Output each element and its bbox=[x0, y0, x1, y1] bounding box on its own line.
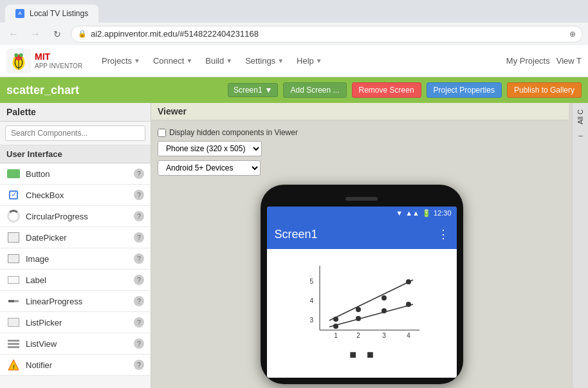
palette-item-linear-progress[interactable]: LinearProgress ? bbox=[0, 291, 151, 312]
image-help[interactable]: ? bbox=[134, 254, 144, 264]
circular-progress-label: CircularProgress bbox=[26, 212, 134, 221]
battery-icon: 🔋 bbox=[422, 209, 431, 217]
more-options-icon: ⋮ bbox=[437, 227, 449, 241]
palette-item-button[interactable]: Button ? bbox=[0, 163, 151, 185]
svg-point-24 bbox=[381, 295, 387, 300]
checkbox-help[interactable]: ? bbox=[134, 190, 144, 200]
palette-item-image[interactable]: Image ? bbox=[0, 248, 151, 270]
linear-progress-label: LinearProgress bbox=[26, 297, 134, 306]
listview-help[interactable]: ? bbox=[134, 338, 144, 349]
svg-text:5: 5 bbox=[309, 278, 313, 285]
palette-item-listpicker[interactable]: ListPicker ? bbox=[0, 312, 151, 333]
browser-tab[interactable]: A Local TV Listings bbox=[5, 5, 98, 23]
nav-build-arrow: ▼ bbox=[226, 57, 232, 64]
nav-projects-label: Projects bbox=[102, 56, 132, 66]
button-icon bbox=[6, 167, 21, 181]
view-tour-link[interactable]: View T bbox=[556, 56, 582, 66]
image-icon bbox=[6, 252, 21, 266]
forward-button[interactable]: → bbox=[27, 26, 44, 42]
palette-item-checkbox[interactable]: CheckBox ? bbox=[0, 185, 151, 206]
back-button[interactable]: ← bbox=[5, 26, 22, 42]
palette-item-label[interactable]: Label ? bbox=[0, 270, 151, 291]
nav-help[interactable]: Help ▼ bbox=[290, 52, 329, 69]
main-layout: Palette User Interface Button ? CheckBox… bbox=[0, 103, 588, 388]
svg-point-29 bbox=[406, 302, 411, 307]
url-text: ai2.appinventor.mit.edu/#514822240423116… bbox=[91, 29, 565, 39]
listpicker-help[interactable]: ? bbox=[134, 317, 144, 328]
palette-item-datepicker[interactable]: DatePicker ? bbox=[0, 227, 151, 248]
linear-progress-help[interactable]: ? bbox=[134, 296, 144, 306]
svg-text:3: 3 bbox=[309, 317, 313, 324]
screen-selector[interactable]: Screen1 ▼ bbox=[228, 83, 279, 97]
all-components-button[interactable]: All C bbox=[575, 106, 585, 128]
nav-help-arrow: ▼ bbox=[316, 57, 322, 64]
publish-gallery-button[interactable]: Publish to Gallery bbox=[507, 82, 582, 98]
tab-title: Local TV Listings bbox=[30, 9, 88, 18]
mit-logo: MIT APP INVENTOR bbox=[6, 49, 82, 73]
palette-item-circular-progress[interactable]: CircularProgress ? bbox=[0, 206, 151, 227]
svg-text:4: 4 bbox=[309, 297, 313, 304]
lock-icon: 🔒 bbox=[78, 30, 87, 38]
listview-icon bbox=[6, 337, 21, 351]
svg-text:3: 3 bbox=[382, 332, 386, 339]
nav-settings-label: Settings bbox=[245, 56, 275, 66]
project-properties-button[interactable]: Project Properties bbox=[427, 82, 502, 98]
display-hidden-checkbox[interactable] bbox=[158, 129, 166, 137]
label-icon bbox=[6, 273, 21, 287]
scatter-chart-svg: 5 4 3 1 2 3 4 bbox=[294, 259, 429, 343]
search-input[interactable] bbox=[5, 125, 145, 141]
nav-connect[interactable]: Connect ▼ bbox=[147, 52, 199, 69]
nav-connect-arrow: ▼ bbox=[186, 57, 192, 64]
viewer-controls: Display hidden components in Viewer Phon… bbox=[158, 128, 565, 176]
nav-build-label: Build bbox=[205, 56, 224, 66]
app-inventor-text: APP INVENTOR bbox=[35, 62, 82, 69]
datepicker-help[interactable]: ? bbox=[134, 232, 144, 243]
nav-settings-arrow: ▼ bbox=[277, 57, 284, 64]
label-label: Label bbox=[26, 275, 134, 285]
chart-area: 5 4 3 1 2 3 4 bbox=[272, 259, 452, 343]
user-interface-section: User Interface bbox=[0, 145, 151, 163]
circular-progress-help[interactable]: ? bbox=[134, 211, 144, 221]
viewer: Viewer Display hidden components in View… bbox=[151, 103, 572, 388]
add-screen-button[interactable]: Add Screen ... bbox=[283, 82, 346, 98]
notifier-help[interactable]: ? bbox=[134, 360, 144, 370]
phone-app-title: Screen1 bbox=[275, 228, 318, 241]
remove-screen-button[interactable]: Remove Screen bbox=[352, 82, 421, 98]
nav-projects[interactable]: Projects ▼ bbox=[95, 52, 147, 69]
screen-selector-label: Screen1 bbox=[234, 86, 262, 95]
mit-text: MIT bbox=[35, 52, 82, 62]
screen-selector-arrow: ▼ bbox=[265, 86, 273, 95]
palette-item-notifier[interactable]: ! Notifier ? bbox=[0, 355, 151, 376]
button-help[interactable]: ? bbox=[134, 169, 144, 179]
phone-app-bar: Screen1 ⋮ bbox=[267, 219, 457, 249]
checkbox-label: CheckBox bbox=[26, 190, 134, 200]
notifier-label: Notifier bbox=[26, 360, 134, 370]
my-projects-link[interactable]: My Projects bbox=[506, 56, 550, 66]
clock: 12:30 bbox=[434, 209, 452, 217]
browser-toolbar: ← → ↻ 🔒 ai2.appinventor.mit.edu/#5148222… bbox=[0, 23, 588, 45]
svg-line-20 bbox=[329, 280, 413, 320]
display-hidden-label[interactable]: Display hidden components in Viewer bbox=[158, 128, 298, 137]
address-bar[interactable]: 🔒 ai2.appinventor.mit.edu/#5148222404231… bbox=[71, 26, 583, 42]
svg-point-26 bbox=[333, 324, 338, 329]
svg-point-28 bbox=[381, 308, 387, 313]
palette-item-listview[interactable]: ListView ? bbox=[0, 333, 151, 355]
label-help[interactable]: ? bbox=[134, 275, 144, 285]
legend-item-1: ■ bbox=[349, 348, 356, 362]
svg-text:1: 1 bbox=[334, 332, 338, 339]
android-version-select[interactable]: Android 5+ Devices bbox=[158, 160, 261, 176]
project-bar: scatter_chart Screen1 ▼ Add Screen ... R… bbox=[0, 77, 588, 103]
tab-favicon: A bbox=[15, 9, 24, 18]
svg-text:!: ! bbox=[13, 364, 15, 370]
reload-button[interactable]: ↻ bbox=[49, 26, 66, 42]
listpicker-label: ListPicker bbox=[26, 318, 134, 328]
collapse-icon[interactable]: − bbox=[578, 131, 583, 141]
phone-size-select[interactable]: Phone size (320 x 505) bbox=[158, 141, 262, 156]
listpicker-icon bbox=[6, 315, 21, 329]
nav-build[interactable]: Build ▼ bbox=[199, 52, 239, 69]
nav-settings[interactable]: Settings ▼ bbox=[239, 52, 290, 69]
phone-mockup: ▼ ▲▲ 🔋 12:30 Screen1 ⋮ bbox=[261, 185, 463, 384]
notifier-icon: ! bbox=[6, 358, 21, 372]
chart-legend: ■ ■ bbox=[272, 348, 452, 362]
mit-logo-text: MIT APP INVENTOR bbox=[35, 52, 82, 69]
